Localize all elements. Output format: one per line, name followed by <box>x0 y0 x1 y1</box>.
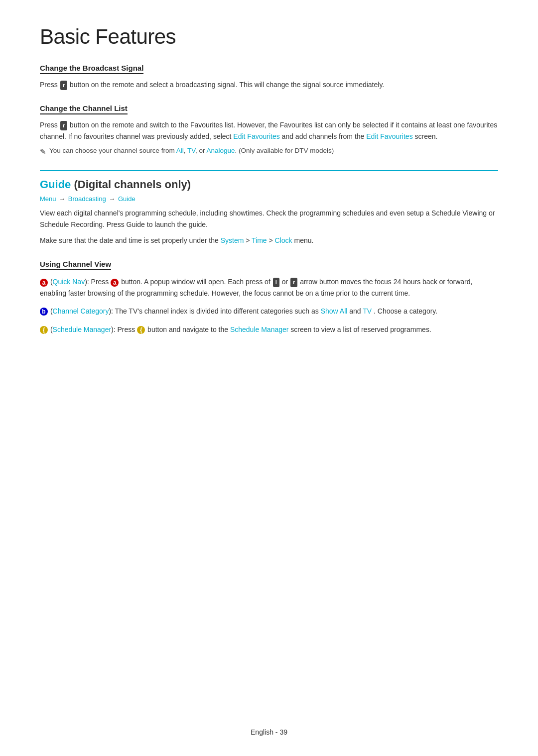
guide-paragraph2: Make sure that the date and time is set … <box>40 235 498 246</box>
section-change-broadcast: Change the Broadcast Signal Press r butt… <box>40 64 498 90</box>
breadcrumb-broadcasting[interactable]: Broadcasting <box>68 195 106 203</box>
quick-nav-link[interactable]: Quick Nav <box>53 278 85 286</box>
button-yellow-circle: { <box>40 326 48 334</box>
guide-heading: Guide (Digital channels only) <box>40 178 498 191</box>
remote-r-button: r <box>60 81 67 91</box>
schedule-manager-link1[interactable]: Schedule Manager <box>53 325 112 333</box>
all-link[interactable]: All <box>176 147 184 154</box>
button-a-circle2: a <box>111 279 119 287</box>
broadcast-paragraph: Press r button on the remote and select … <box>40 79 498 90</box>
time-link[interactable]: Time <box>252 236 267 244</box>
system-link[interactable]: System <box>221 236 244 244</box>
remote-r-button2: r <box>60 121 67 131</box>
bullet-item-b: b (Channel Category): The TV's channel i… <box>40 306 498 317</box>
button-yellow-circle2: { <box>137 326 145 334</box>
breadcrumb-arrow1: → <box>59 195 67 203</box>
tv-link[interactable]: TV <box>187 147 195 154</box>
note-text: You can choose your channel source from … <box>49 147 334 154</box>
guide-word: Guide <box>40 178 71 191</box>
show-all-link[interactable]: Show All <box>321 307 348 315</box>
edit-favourites-link1[interactable]: Edit Favourites <box>233 132 279 140</box>
tv-link2[interactable]: TV <box>363 307 372 315</box>
remote-r-button3: r <box>290 278 297 288</box>
channel-category-link[interactable]: Channel Category <box>53 307 109 315</box>
button-a-circle: a <box>40 279 48 287</box>
section-guide: Guide (Digital channels only) Menu → Bro… <box>40 170 498 246</box>
section-heading-broadcast: Change the Broadcast Signal <box>40 64 143 74</box>
footer-text: English - 39 <box>251 728 287 736</box>
clock-link[interactable]: Clock <box>275 236 292 244</box>
bullet-item-a: a (Quick Nav): Press a button. A popup w… <box>40 276 498 299</box>
bullet-item-yellow: { (Schedule Manager): Press { button and… <box>40 324 498 335</box>
breadcrumb-arrow2: → <box>109 195 117 203</box>
page-title: Basic Features <box>40 25 498 49</box>
subsection-heading-channel-view: Using Channel View <box>40 260 111 270</box>
channel-list-note: ✎ You can choose your channel source fro… <box>40 147 498 156</box>
page-footer: English - 39 <box>0 728 538 736</box>
section-change-channel-list: Change the Channel List Press r button o… <box>40 104 498 156</box>
button-b-circle: b <box>40 308 48 316</box>
breadcrumb: Menu → Broadcasting → Guide <box>40 195 498 203</box>
page-container: Basic Features Change the Broadcast Sign… <box>0 0 538 382</box>
breadcrumb-guide[interactable]: Guide <box>118 195 135 203</box>
breadcrumb-menu[interactable]: Menu <box>40 195 56 203</box>
note-icon: ✎ <box>40 147 46 156</box>
guide-paragraph1: View each digital channel's programming … <box>40 208 498 230</box>
remote-l-button: l <box>273 278 279 288</box>
section-using-channel-view: Using Channel View a (Quick Nav): Press … <box>40 260 498 335</box>
edit-favourites-link2[interactable]: Edit Favourites <box>366 132 412 140</box>
channel-list-paragraph1: Press r button on the remote and switch … <box>40 119 498 142</box>
analogue-link[interactable]: Analogue <box>206 147 235 154</box>
schedule-manager-link2[interactable]: Schedule Manager <box>230 325 289 333</box>
section-heading-channel-list: Change the Channel List <box>40 104 128 114</box>
